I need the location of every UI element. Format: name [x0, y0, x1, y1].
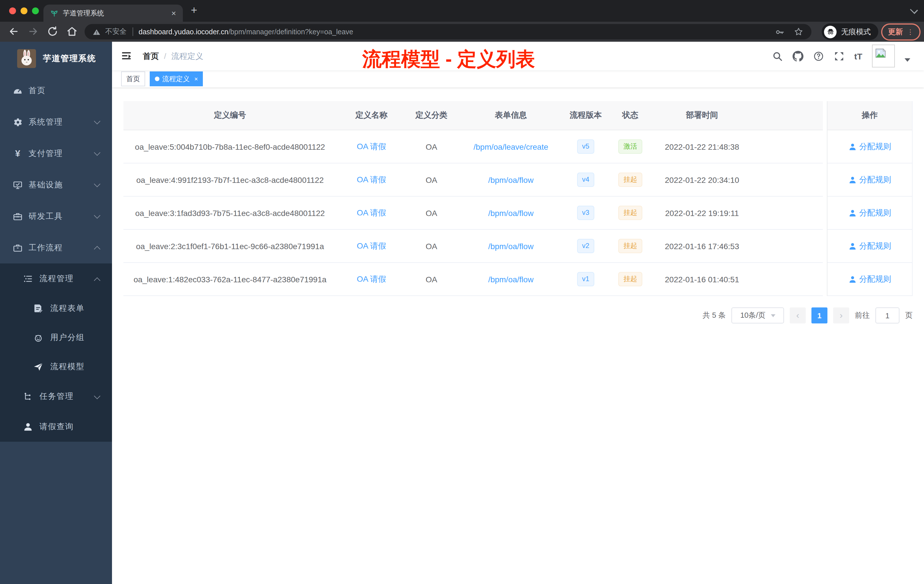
- tag-home[interactable]: 首页: [121, 71, 145, 86]
- broken-image-icon: [874, 47, 887, 59]
- sidebar-item-process-model[interactable]: 流程模型: [0, 352, 112, 381]
- sidebar-item-task-management[interactable]: 任务管理: [0, 381, 112, 411]
- sidebar-item-user-group[interactable]: 用户分组: [0, 323, 112, 352]
- red-annotation-text: 流程模型 - 定义列表: [362, 46, 535, 73]
- sidebar-item-dev-tools[interactable]: 研发工具: [0, 201, 112, 232]
- table-row: oa_leave:4:991f2193-7b7f-11ec-a3c8-acde4…: [124, 163, 823, 196]
- app-navbar: 首页 / 流程定义 流程模型 - 定义列表: [112, 42, 924, 70]
- sidebar-item-process-management[interactable]: 流程管理: [0, 264, 112, 294]
- col-definition-name: 定义名称: [337, 110, 406, 120]
- definition-table: 定义编号 定义名称 定义分类 表单信息 流程版本 状态 部署时间 oa_leav…: [124, 101, 912, 296]
- current-page-button[interactable]: 1: [812, 307, 827, 323]
- sidebar-item-infrastructure[interactable]: 基础设施: [0, 169, 112, 201]
- form-info-link[interactable]: /bpm/oa/flow: [457, 241, 565, 251]
- tag-close-icon[interactable]: ×: [194, 76, 198, 82]
- sidebar-logo[interactable]: 芋道管理系统: [0, 42, 112, 75]
- forward-button[interactable]: [27, 26, 39, 37]
- window-controls[interactable]: [9, 7, 39, 14]
- definition-category: OA: [406, 175, 457, 184]
- bookmark-star-icon[interactable]: [794, 27, 804, 36]
- definition-name-link[interactable]: OA 请假: [337, 208, 406, 218]
- table-row: oa_leave:3:1fad3d93-7b75-11ec-a3c8-acde4…: [124, 196, 823, 230]
- definition-id: oa_leave:3:1fad3d93-7b75-11ec-a3c8-acde4…: [124, 208, 337, 218]
- tab-close-icon[interactable]: ×: [172, 9, 176, 17]
- avatar-caret-down-icon[interactable]: [904, 58, 910, 62]
- tag-process-definition[interactable]: 流程定义 ×: [150, 71, 203, 86]
- form-info-link[interactable]: /bpm/oa/leave/create: [457, 142, 565, 151]
- incognito-icon: [824, 25, 837, 38]
- form-info-link[interactable]: /bpm/oa/flow: [457, 275, 565, 284]
- definition-category: OA: [406, 241, 457, 251]
- sidebar-item-system[interactable]: 系统管理: [0, 106, 112, 138]
- sidebar-item-workflow[interactable]: 工作流程: [0, 232, 112, 264]
- deploy-time: 2022-01-22 19:19:11: [654, 208, 750, 218]
- toolbox-icon: [12, 211, 23, 221]
- sidebar-item-process-form[interactable]: 流程表单: [0, 294, 112, 323]
- goto-page-input[interactable]: 1: [875, 307, 899, 323]
- browser-update-button[interactable]: 更新 ⋮: [881, 23, 921, 41]
- hamburger-icon[interactable]: [121, 50, 132, 62]
- definition-name-link[interactable]: OA 请假: [337, 142, 406, 152]
- user-icon: [22, 421, 34, 432]
- chevron-down-icon: [94, 118, 101, 125]
- definition-category: OA: [406, 208, 457, 218]
- definition-category: OA: [406, 142, 457, 151]
- help-icon[interactable]: [813, 51, 824, 61]
- assign-rule-button[interactable]: 分配规则: [827, 263, 912, 296]
- definition-id: oa_leave:5:004b710b-7b8a-11ec-8ef0-acde4…: [124, 142, 337, 151]
- back-button[interactable]: [8, 26, 20, 37]
- version-badge: v3: [565, 206, 606, 220]
- new-tab-button[interactable]: +: [191, 4, 197, 16]
- sidebar-item-home[interactable]: 首页: [0, 75, 112, 106]
- key-icon[interactable]: [775, 27, 785, 36]
- definition-name-link[interactable]: OA 请假: [337, 274, 406, 284]
- form-info-link[interactable]: /bpm/oa/flow: [457, 208, 565, 218]
- reload-button[interactable]: [47, 26, 58, 37]
- close-window-button[interactable]: [9, 7, 16, 14]
- fullscreen-icon[interactable]: [834, 51, 845, 61]
- next-page-button[interactable]: ›: [833, 307, 849, 323]
- assign-rule-button[interactable]: 分配规则: [827, 163, 912, 196]
- browser-menu-icon[interactable]: ⋮: [907, 29, 914, 35]
- zoom-window-button[interactable]: [32, 7, 39, 14]
- form-info-link[interactable]: /bpm/oa/flow: [457, 175, 565, 184]
- sidebar-item-leave-query[interactable]: 请假查询: [0, 411, 112, 442]
- paper-plane-icon: [33, 361, 44, 372]
- deploy-time: 2022-01-22 20:34:10: [654, 175, 750, 184]
- status-badge: 激活: [606, 140, 654, 154]
- font-size-icon[interactable]: tT: [854, 51, 862, 61]
- minimize-window-button[interactable]: [21, 7, 27, 14]
- update-label: 更新: [888, 27, 903, 37]
- browser-tab[interactable]: 芋道管理系统 ×: [43, 5, 183, 22]
- home-button[interactable]: [66, 26, 78, 37]
- app-window: 芋道管理系统 首页 系统管理 ¥ 支付管理: [0, 42, 924, 584]
- definition-name-link[interactable]: OA 请假: [337, 175, 406, 185]
- select-caret-icon: [771, 314, 775, 317]
- search-icon[interactable]: [772, 51, 783, 61]
- version-badge: v5: [565, 140, 606, 154]
- definition-name-link[interactable]: OA 请假: [337, 241, 406, 251]
- definition-category: OA: [406, 275, 457, 284]
- table-fixed-body: 分配规则 分配规则 分配规则 分配规则 分配规则: [827, 130, 912, 296]
- page-size-select[interactable]: 10条/页: [731, 307, 784, 323]
- assign-rule-button[interactable]: 分配规则: [827, 130, 912, 163]
- browser-tabstrip: 芋道管理系统 × +: [0, 0, 924, 22]
- prev-page-button[interactable]: ‹: [790, 307, 806, 323]
- tab-overflow-chevron-icon[interactable]: [910, 6, 918, 14]
- omnibox-divider: [132, 27, 133, 36]
- url-host: dashboard.yudao.iocoder.cn: [139, 28, 228, 36]
- incognito-badge: 无痕模式: [822, 23, 878, 40]
- assign-rule-button[interactable]: 分配规则: [827, 230, 912, 263]
- security-warning-icon: [92, 28, 101, 36]
- avatar[interactable]: [872, 45, 895, 68]
- assignee-person-icon: [848, 275, 856, 283]
- address-bar[interactable]: 不安全 dashboard.yudao.iocoder.cn/bpm/manag…: [84, 24, 812, 40]
- breadcrumb-home[interactable]: 首页: [143, 51, 159, 62]
- github-icon[interactable]: [792, 51, 804, 61]
- assignee-person-icon: [848, 143, 856, 150]
- version-badge: v4: [565, 173, 606, 187]
- assign-rule-button[interactable]: 分配规则: [827, 196, 912, 230]
- deploy-time: 2022-01-16 01:40:51: [654, 275, 750, 284]
- tab-title: 芋道管理系统: [63, 8, 172, 18]
- sidebar-item-payment[interactable]: ¥ 支付管理: [0, 138, 112, 169]
